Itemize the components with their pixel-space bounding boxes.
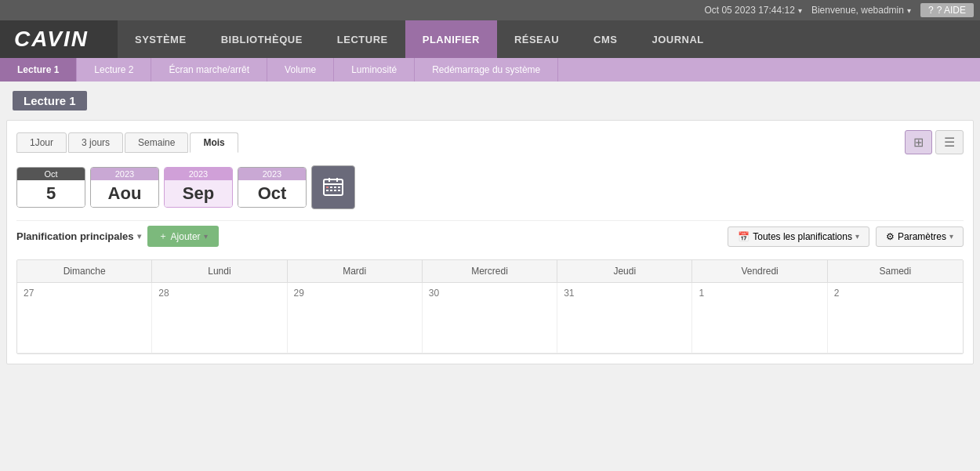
aide-label: ? AIDE [937,5,966,16]
calendar-icon [322,176,344,198]
nav-bibliotheque[interactable]: BIBLIOTHÈQUE [204,20,320,58]
calendar-header: Dimanche Lundi Mardi Mercredi Jeudi Vend… [17,260,963,283]
page-title-bar: Lecture 1 [0,82,980,120]
tab-mois[interactable]: Mois [190,132,238,153]
cal-cell-29[interactable]: 29 [288,283,423,353]
svg-rect-10 [334,190,336,191]
logo: CAVIN [14,27,89,52]
header-jeudi: Jeudi [557,260,692,282]
header-mercredi: Mercredi [423,260,557,282]
plus-icon: ＋ [158,230,168,243]
calendar-small-icon: 📅 [738,231,750,242]
date-card-aou[interactable]: 2023 Aou [90,167,159,208]
datetime-display: Oct 05 2023 17:44:12 ▾ [704,5,801,16]
header-vendredi: Vendredi [692,260,827,282]
date-card-today-top: Oct [17,168,85,180]
subnav-ecran[interactable]: Écran marche/arrêt [151,58,267,82]
svg-rect-5 [330,187,332,188]
add-dropdown-arrow[interactable]: ▾ [204,232,208,241]
svg-rect-9 [330,190,332,191]
top-bar: Oct 05 2023 17:44:12 ▾ Bienvenue, webadm… [0,0,980,20]
welcome-label: Bienvenue, webadmin [811,5,904,16]
toutes-label: Toutes les planifications [753,231,852,242]
date-card-sep[interactable]: 2023 Sep [164,167,233,208]
welcome-text: Bienvenue, webadmin ▾ [811,5,911,16]
date-card-oct-year: 2023 [238,168,306,180]
svg-rect-7 [338,187,340,188]
cal-cell-27[interactable]: 27 [17,283,152,353]
params-button[interactable]: ⚙ Paramètres ▾ [876,226,964,247]
subnav-lecture2[interactable]: Lecture 2 [77,58,151,82]
svg-rect-6 [334,187,336,188]
aide-button[interactable]: ? ? AIDE [920,3,974,17]
header-lundi: Lundi [152,260,287,282]
date-card-today[interactable]: Oct 5 [16,167,85,208]
svg-rect-11 [338,190,340,191]
add-label: Ajouter [171,231,201,242]
cal-cell-31[interactable]: 31 [557,283,692,353]
cal-cell-1[interactable]: 1 [692,283,827,353]
list-view-button[interactable]: ☰ [935,130,964,154]
subnav-redemarrage[interactable]: Redémarrage du système [415,58,558,82]
date-card-oct[interactable]: 2023 Oct [238,167,307,208]
main-nav: SYSTÈME BIBLIOTHÈQUE LECTURE PLANIFIER R… [118,20,980,58]
nav-journal[interactable]: JOURNAL [634,20,720,58]
grid-view-button[interactable]: ⊞ [905,130,932,154]
planif-label-text: Planification principales [16,230,134,242]
header: CAVIN SYSTÈME BIBLIOTHÈQUE LECTURE PLANI… [0,20,980,58]
aide-icon: ? [928,5,934,16]
gear-icon: ⚙ [886,231,895,242]
nav-reseau[interactable]: RÉSEAU [497,20,576,58]
planif-dropdown-arrow[interactable]: ▾ [137,232,141,241]
add-button[interactable]: ＋ Ajouter ▾ [147,226,219,247]
calendar-picker-button[interactable] [311,165,355,209]
tab-semaine[interactable]: Semaine [125,132,188,153]
view-tabs-row: 1Jour 3 jours Semaine Mois ⊞ ☰ [16,130,964,154]
date-card-today-bottom: 5 [17,180,85,207]
svg-rect-8 [326,190,328,191]
params-dropdown-arrow[interactable]: ▾ [949,232,953,241]
nav-lecture[interactable]: LECTURE [320,20,405,58]
toutes-button[interactable]: 📅 Toutes les planifications ▾ [728,226,869,247]
view-icon-group: ⊞ ☰ [905,130,964,154]
header-samedi: Samedi [828,260,963,282]
date-card-sep-month: Sep [165,180,232,207]
date-card-sep-year: 2023 [165,168,232,180]
cal-cell-30[interactable]: 30 [423,283,557,353]
main-content: 1Jour 3 jours Semaine Mois ⊞ ☰ Oct 5 202… [6,120,974,364]
planif-label: Planification principales ▾ [16,230,141,242]
cal-cell-2[interactable]: 2 [828,283,963,353]
toutes-dropdown-arrow[interactable]: ▾ [855,232,859,241]
nav-cms[interactable]: CMS [576,20,634,58]
calendar-body: 27 28 29 30 31 1 2 [17,283,963,353]
calendar-grid: Dimanche Lundi Mardi Mercredi Jeudi Vend… [16,259,964,354]
subnav-luminosite[interactable]: Luminosité [334,58,415,82]
subnav-lecture1[interactable]: Lecture 1 [0,58,77,82]
nav-systeme[interactable]: SYSTÈME [118,20,204,58]
datetime-caret[interactable]: ▾ [798,6,802,15]
date-card-oct-month: Oct [238,180,306,207]
cal-cell-28[interactable]: 28 [152,283,287,353]
tab-3jours[interactable]: 3 jours [68,132,123,153]
logo-area: CAVIN [0,20,118,58]
datetime-text: Oct 05 2023 17:44:12 [704,5,794,16]
params-label: Paramètres [898,231,946,242]
svg-rect-4 [326,187,328,188]
subnav-volume[interactable]: Volume [267,58,334,82]
header-dimanche: Dimanche [17,260,152,282]
date-card-aou-year: 2023 [91,168,158,180]
date-card-aou-month: Aou [91,180,158,207]
welcome-caret[interactable]: ▾ [907,6,911,15]
toolbar: Planification principales ▾ ＋ Ajouter ▾ … [16,220,964,252]
date-nav: Oct 5 2023 Aou 2023 Sep 2023 Oct [16,165,964,209]
tab-1jour[interactable]: 1Jour [16,132,67,153]
sub-nav: Lecture 1 Lecture 2 Écran marche/arrêt V… [0,58,980,82]
page-title: Lecture 1 [13,91,87,111]
nav-planifier[interactable]: PLANIFIER [405,20,497,58]
header-mardi: Mardi [288,260,423,282]
